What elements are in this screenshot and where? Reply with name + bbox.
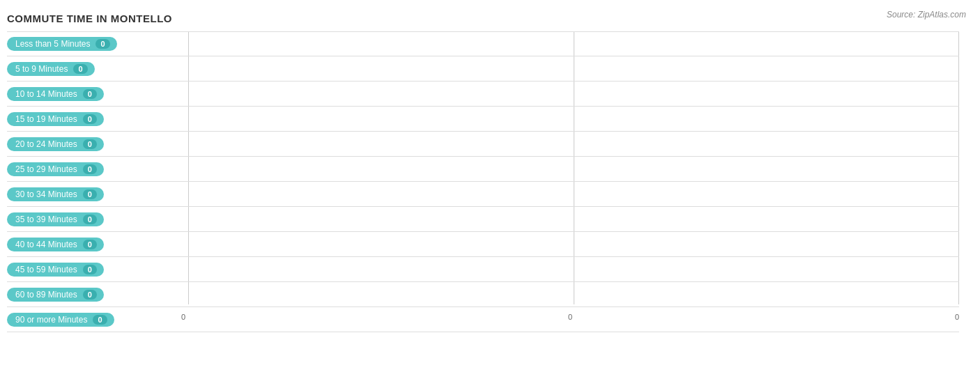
- label-pill: 35 to 39 Minutes 0: [7, 212, 181, 226]
- pill-label: 90 or more Minutes: [15, 315, 87, 325]
- pill-label: Less than 5 Minutes: [15, 39, 90, 49]
- pill-value: 0: [83, 215, 97, 224]
- bar-row: 60 to 89 Minutes 0: [7, 282, 959, 307]
- pill-label: 40 to 44 Minutes: [15, 240, 77, 249]
- pill-value: 0: [83, 114, 97, 124]
- pill: 25 to 29 Minutes 0: [7, 162, 104, 176]
- pill: 5 to 9 Minutes 0: [7, 62, 95, 76]
- pill-value: 0: [83, 265, 97, 274]
- label-pill: 30 to 34 Minutes 0: [7, 187, 181, 201]
- pill-label: 45 to 59 Minutes: [15, 265, 77, 274]
- pill: 40 to 44 Minutes 0: [7, 238, 104, 251]
- pill-value: 0: [95, 39, 109, 49]
- bar-track: [181, 81, 959, 106]
- pill-value: 0: [73, 64, 87, 74]
- pill-label: 15 to 19 Minutes: [15, 114, 77, 124]
- label-pill: 60 to 89 Minutes 0: [7, 288, 181, 302]
- pill: 45 to 59 Minutes 0: [7, 263, 104, 277]
- pill-label: 60 to 89 Minutes: [15, 290, 77, 300]
- bar-rows-container: Less than 5 Minutes 0 5 to 9 Minutes 0 1: [7, 31, 959, 304]
- bar-track: [181, 257, 959, 281]
- chart-area: Less than 5 Minutes 0 5 to 9 Minutes 0 1: [7, 31, 966, 321]
- pill-value: 0: [83, 164, 97, 174]
- bar-row: 25 to 29 Minutes 0: [7, 157, 959, 182]
- pill-label: 20 to 24 Minutes: [15, 139, 77, 149]
- bar-track: [181, 207, 959, 231]
- label-pill: 5 to 9 Minutes 0: [7, 62, 181, 76]
- x-label-2: 0: [955, 313, 959, 321]
- bar-track: [181, 232, 959, 256]
- label-pill: Less than 5 Minutes 0: [7, 37, 181, 51]
- bar-row: 15 to 19 Minutes 0: [7, 107, 959, 132]
- x-label-0: 0: [181, 313, 185, 321]
- bar-track: [181, 282, 959, 306]
- label-pill: 25 to 29 Minutes 0: [7, 162, 181, 176]
- pill: 35 to 39 Minutes 0: [7, 212, 104, 226]
- bar-row: 40 to 44 Minutes 0: [7, 232, 959, 257]
- pill-value: 0: [83, 189, 97, 199]
- pill-label: 25 to 29 Minutes: [15, 164, 77, 174]
- pill-label: 5 to 9 Minutes: [15, 64, 68, 74]
- source-label: Source: ZipAtlas.com: [887, 10, 966, 20]
- pill-value: 0: [83, 290, 97, 300]
- pill: 20 to 24 Minutes 0: [7, 137, 104, 151]
- bar-row: Less than 5 Minutes 0: [7, 31, 959, 56]
- pill: 15 to 19 Minutes 0: [7, 112, 104, 126]
- label-pill: 15 to 19 Minutes 0: [7, 112, 181, 126]
- pill-value: 0: [83, 139, 97, 149]
- bar-row: 10 to 14 Minutes 0: [7, 81, 959, 107]
- pill-label: 35 to 39 Minutes: [15, 215, 77, 224]
- pill: 10 to 14 Minutes 0: [7, 87, 104, 101]
- bar-track: [181, 107, 959, 131]
- bar-row: 30 to 34 Minutes 0: [7, 182, 959, 207]
- label-pill: 90 or more Minutes 0: [7, 313, 181, 327]
- pill: 90 or more Minutes 0: [7, 313, 114, 327]
- label-pill: 40 to 44 Minutes 0: [7, 238, 181, 251]
- pill-label: 10 to 14 Minutes: [15, 89, 77, 99]
- bar-row: 35 to 39 Minutes 0: [7, 207, 959, 232]
- bar-track: [181, 132, 959, 156]
- x-label-1: 0: [568, 313, 572, 321]
- bar-track: [181, 56, 959, 81]
- bar-row: 20 to 24 Minutes 0: [7, 132, 959, 157]
- bar-track: [181, 32, 959, 56]
- bar-row: 5 to 9 Minutes 0: [7, 56, 959, 81]
- pill-value: 0: [83, 240, 97, 249]
- pill: Less than 5 Minutes 0: [7, 37, 117, 51]
- label-pill: 45 to 59 Minutes 0: [7, 263, 181, 277]
- x-axis: 0 0 0: [181, 313, 959, 321]
- label-pill: 10 to 14 Minutes 0: [7, 87, 181, 101]
- bar-row: 45 to 59 Minutes 0: [7, 257, 959, 282]
- pill-label: 30 to 34 Minutes: [15, 189, 77, 199]
- label-pill: 20 to 24 Minutes 0: [7, 137, 181, 151]
- pill: 60 to 89 Minutes 0: [7, 288, 104, 302]
- pill-value: 0: [83, 89, 97, 99]
- pill: 30 to 34 Minutes 0: [7, 187, 104, 201]
- pill-value: 0: [93, 315, 107, 325]
- bar-track: [181, 157, 959, 181]
- chart-title: COMMUTE TIME IN MONTELLO: [7, 13, 966, 24]
- page-container: COMMUTE TIME IN MONTELLO Source: ZipAtla…: [0, 0, 980, 365]
- bar-track: [181, 182, 959, 206]
